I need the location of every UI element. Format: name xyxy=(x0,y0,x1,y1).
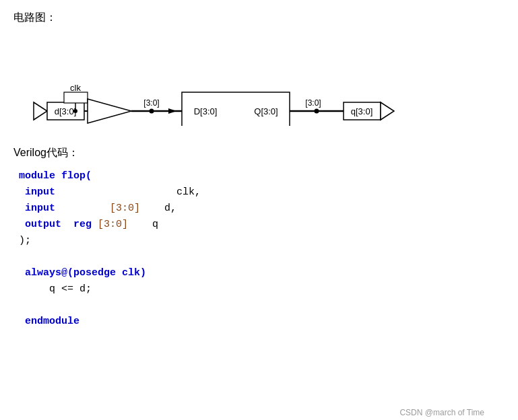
kw-range-1: [3:0] xyxy=(110,201,140,217)
code-q-decl: q xyxy=(128,217,158,233)
code-assign: q <= d; xyxy=(19,281,92,298)
code-line-2: input clk, xyxy=(19,184,499,201)
verilog-section: Verilog代码： module flop( input clk, input… xyxy=(13,146,505,330)
code-line-5: ); xyxy=(19,233,499,249)
d-input-arrow xyxy=(34,102,47,120)
ff-d-label: D[3:0] xyxy=(194,106,218,116)
circuit-diagram: d[3:0] clk xyxy=(13,32,505,133)
mux-symbol xyxy=(88,99,131,123)
clk-dot xyxy=(73,109,77,113)
kw-always: always@(posedge clk) xyxy=(19,265,146,281)
circuit-svg: d[3:0] clk xyxy=(27,38,458,126)
code-line-blank2 xyxy=(19,298,499,314)
kw-input-2: input xyxy=(19,201,55,217)
code-line-4: output reg [3:0] q xyxy=(19,217,499,233)
page-wrapper: 电路图： d[3:0] clk xyxy=(13,11,505,420)
code-d: d, xyxy=(140,201,176,217)
d-bus-label: [3:0] xyxy=(143,98,159,108)
d-input-label: d[3:0] xyxy=(55,106,77,116)
verilog-title: Verilog代码： xyxy=(13,146,505,160)
circuit-section: 电路图： d[3:0] clk xyxy=(13,11,505,133)
kw-range-2: [3:0] xyxy=(98,217,128,233)
watermark: CSDN @march of Time xyxy=(399,408,484,417)
code-line-7: q <= d; xyxy=(19,281,499,298)
clk-label: clk xyxy=(70,83,81,93)
code-spaces-1 xyxy=(55,201,110,217)
code-line-blank1 xyxy=(19,249,499,265)
circuit-title: 电路图： xyxy=(13,11,505,25)
code-line-1: module flop( xyxy=(19,168,499,184)
kw-output: output xyxy=(19,217,61,233)
clk-box xyxy=(64,92,88,103)
ff-q-label: Q[3:0] xyxy=(254,106,278,116)
q-output-arrow xyxy=(381,102,394,120)
kw-module: module flop( xyxy=(19,168,92,184)
wire-arrow xyxy=(168,108,176,114)
q-output-label: q[3:0] xyxy=(351,106,373,116)
code-block: module flop( input clk, input [3:0] d, o… xyxy=(13,168,505,330)
q-bus-label: [3:0] xyxy=(305,98,321,108)
code-line-3: input [3:0] d, xyxy=(19,201,499,217)
code-line-8: endmodule xyxy=(19,314,499,330)
kw-endmodule: endmodule xyxy=(19,314,79,330)
code-paren: ); xyxy=(19,233,31,249)
wire-dot xyxy=(150,109,154,114)
code-clk: clk, xyxy=(55,184,201,201)
code-spaces-2 xyxy=(61,217,73,233)
output-dot xyxy=(315,109,319,114)
code-line-6: always@(posedge clk) xyxy=(19,265,499,281)
kw-reg: reg xyxy=(73,217,98,233)
kw-input-1: input xyxy=(19,184,55,201)
